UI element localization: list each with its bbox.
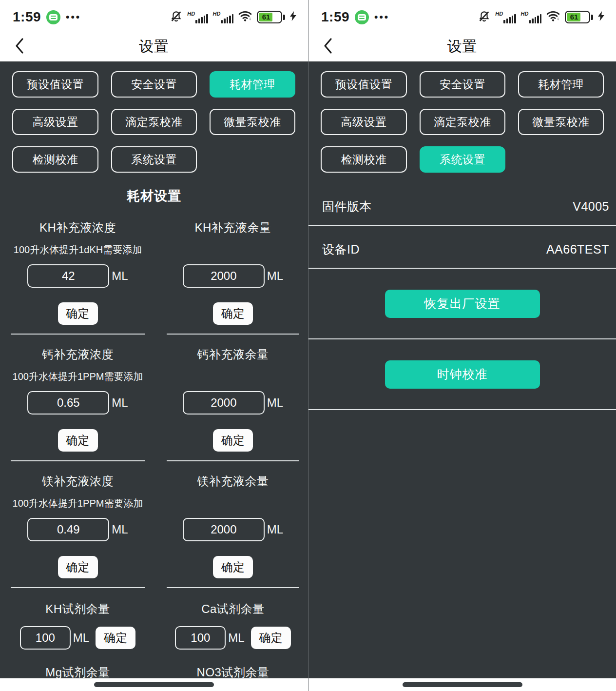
unit-label: ML: [112, 523, 128, 536]
phone-consumables-screen: 1:59 ••• HD HD: [0, 0, 308, 691]
confirm-button[interactable]: 确定: [58, 429, 98, 452]
tab-system-settings[interactable]: 系统设置: [420, 146, 505, 173]
factory-reset-button[interactable]: 恢复出厂设置: [385, 290, 540, 318]
field-group-kh-concentration: KH补充液浓度 100升水体提升1dKH需要添加 42 ML 确定: [11, 208, 145, 335]
field-group-kh-remaining: KH补充液余量 2000 ML 确定: [167, 208, 299, 335]
tab-security-settings[interactable]: 安全设置: [111, 71, 197, 98]
tab-detection-cal[interactable]: 检测校准: [12, 146, 98, 173]
field-title: 钙补充液余量: [197, 347, 269, 362]
more-dots-icon: •••: [66, 11, 81, 23]
tab-security-settings[interactable]: 安全设置: [420, 71, 505, 98]
battery-icon: 61: [257, 11, 285, 23]
more-dots-icon: •••: [374, 11, 389, 23]
consumables-grid: KH补充液浓度 100升水体提升1dKH需要添加 42 ML 确定 KH补充液余…: [0, 208, 308, 681]
field-hint: 100升水体提升1PPM需要添加: [13, 496, 143, 510]
field-title: 钙补充液浓度: [42, 347, 114, 362]
mg-concentration-input[interactable]: 0.49: [27, 518, 109, 541]
info-label: 固件版本: [322, 198, 372, 215]
mg-remaining-input[interactable]: 2000: [183, 518, 265, 541]
tab-micro-pump-cal[interactable]: 微量泵校准: [210, 109, 295, 135]
signal-icon-sim1: HD: [187, 11, 208, 23]
ca-reagent-input[interactable]: 100: [175, 626, 226, 650]
unit-label: ML: [112, 269, 128, 283]
confirm-button[interactable]: 确定: [213, 429, 253, 452]
confirm-button[interactable]: 确定: [251, 627, 291, 649]
confirm-button[interactable]: 确定: [96, 627, 135, 649]
field-title: 镁补充液浓度: [42, 474, 114, 489]
tab-system-settings[interactable]: 系统设置: [111, 146, 197, 173]
info-row-device-id: 设备ID AA66TEST: [308, 226, 616, 269]
info-value: AA66TEST: [546, 242, 609, 257]
home-indicator[interactable]: [403, 682, 522, 687]
field-hint: 100升水体提升1PPM需要添加: [13, 370, 143, 383]
signal-icon-sim1: HD: [495, 11, 516, 23]
ca-concentration-input[interactable]: 0.65: [27, 391, 109, 415]
screenshot-canvas: 1:59 ••• HD HD: [0, 0, 616, 691]
tab-micro-pump-cal[interactable]: 微量泵校准: [518, 109, 604, 135]
info-value: V4005: [573, 199, 609, 214]
signal-icon-sim2: HD: [521, 11, 541, 23]
confirm-button[interactable]: 确定: [213, 302, 253, 325]
field-group-mg-reagent: Mg试剂余量: [11, 650, 145, 681]
gesture-bar: [0, 678, 308, 691]
mute-icon: [170, 10, 182, 24]
field-title: KH补充液浓度: [39, 220, 116, 235]
charging-bolt-icon: [290, 11, 296, 23]
field-group-no3-reagent: NO3试剂余量: [167, 650, 299, 681]
wifi-icon: [546, 10, 560, 24]
settings-tab-grid: 预设值设置 安全设置 耗材管理 高级设置 滴定泵校准 微量泵校准 检测校准 系统…: [0, 61, 308, 173]
tab-advanced-settings[interactable]: 高级设置: [12, 109, 98, 135]
mute-icon: [478, 10, 490, 24]
ca-remaining-input[interactable]: 2000: [183, 391, 265, 415]
field-hint: 100升水体提升1dKH需要添加: [14, 243, 142, 257]
tab-preset-settings[interactable]: 预设值设置: [321, 71, 407, 98]
clock-calibration-section: 时钟校准: [308, 339, 616, 410]
clock-time: 1:59: [13, 9, 41, 25]
tab-titration-pump-cal[interactable]: 滴定泵校准: [111, 109, 197, 135]
info-row-firmware: 固件版本 V4005: [308, 183, 616, 226]
clock-time: 1:59: [321, 9, 349, 25]
tab-consumables[interactable]: 耗材管理: [518, 71, 604, 98]
gesture-bar: [308, 678, 616, 691]
charging-bolt-icon: [598, 11, 604, 23]
confirm-button[interactable]: 确定: [213, 556, 253, 578]
settings-tab-grid: 预设值设置 安全设置 耗材管理 高级设置 滴定泵校准 微量泵校准 检测校准 系统…: [308, 61, 616, 173]
unit-label: ML: [267, 523, 283, 536]
top-white-area: 1:59 ••• HD HD: [308, 0, 616, 61]
unit-label: ML: [267, 396, 283, 410]
field-title: KH补充液余量: [195, 220, 271, 235]
field-group-ca-reagent: Ca试剂余量 100 ML 确定: [167, 588, 299, 650]
unit-label: ML: [73, 631, 89, 645]
factory-reset-section: 恢复出厂设置: [308, 269, 616, 339]
field-group-mg-remaining: 镁补充液余量 2000 ML 确定: [167, 461, 299, 588]
back-icon[interactable]: [14, 37, 25, 56]
field-group-kh-reagent: KH试剂余量 100 ML 确定: [11, 588, 145, 650]
field-title: 镁补充液余量: [197, 474, 269, 489]
kh-concentration-input[interactable]: 42: [27, 264, 109, 288]
tab-preset-settings[interactable]: 预设值设置: [12, 71, 98, 98]
field-title: Ca试剂余量: [201, 602, 265, 616]
nav-bar: 设置: [308, 31, 616, 61]
unit-label: ML: [112, 396, 128, 410]
kh-reagent-input[interactable]: 100: [20, 626, 71, 650]
status-bar: 1:59 ••• HD HD: [0, 0, 308, 31]
field-group-ca-remaining: 钙补充液余量 2000 ML 确定: [167, 335, 299, 461]
info-label: 设备ID: [322, 241, 360, 257]
status-bar: 1:59 ••• HD HD: [308, 0, 616, 31]
unit-label: ML: [267, 269, 283, 283]
page-title: 设置: [447, 37, 478, 57]
tab-detection-cal[interactable]: 检测校准: [321, 146, 407, 173]
unit-label: ML: [228, 631, 244, 645]
confirm-button[interactable]: 确定: [58, 556, 98, 578]
message-badge-icon: [355, 10, 369, 24]
tab-titration-pump-cal[interactable]: 滴定泵校准: [420, 109, 505, 135]
wifi-icon: [238, 10, 252, 24]
home-indicator[interactable]: [94, 682, 214, 687]
back-icon[interactable]: [322, 37, 334, 56]
confirm-button[interactable]: 确定: [58, 302, 98, 325]
nav-bar: 设置: [0, 31, 308, 61]
kh-remaining-input[interactable]: 2000: [183, 264, 265, 288]
tab-advanced-settings[interactable]: 高级设置: [321, 109, 407, 135]
tab-consumables[interactable]: 耗材管理: [210, 71, 295, 98]
clock-calibration-button[interactable]: 时钟校准: [385, 360, 540, 389]
